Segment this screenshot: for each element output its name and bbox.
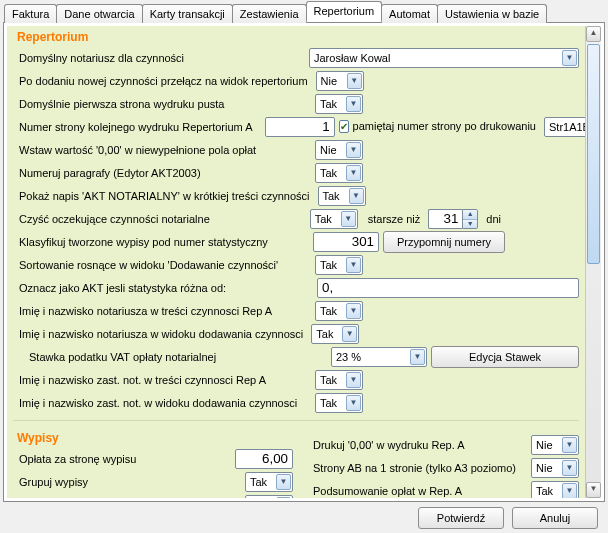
spin-down-icon[interactable]: ▼ xyxy=(463,219,477,228)
mark-akt-label: Oznacz jako AKT jesli statystyka różna o… xyxy=(13,282,230,294)
show-pages-select[interactable]: Tak▼ xyxy=(245,495,293,499)
chevron-down-icon: ▼ xyxy=(347,73,362,89)
name-in-add-label: Imię i nazwisko notariusza w widoku doda… xyxy=(13,328,307,340)
scroll-track[interactable] xyxy=(586,42,601,482)
page-no-label: Numer strony kolejnego wydruku Repertori… xyxy=(13,121,257,133)
sub-in-repa-select[interactable]: Tak▼ xyxy=(315,370,363,390)
chevron-down-icon: ▼ xyxy=(346,142,361,158)
name-in-repa-label: Imię i nazwisko notariusza w treści czyn… xyxy=(13,305,276,317)
sort-asc-select[interactable]: Tak▼ xyxy=(315,255,363,275)
vertical-scrollbar[interactable]: ▲ ▼ xyxy=(585,26,601,498)
vat-rate-select[interactable]: 23 %▼ xyxy=(331,347,427,367)
default-notary-label: Domyślny notariusz dla czynności xyxy=(13,52,188,64)
sort-asc-label: Sortowanie rosnące w widoku 'Dodawanie c… xyxy=(13,259,282,271)
page-no-input[interactable] xyxy=(265,117,335,137)
remember-page-checkbox[interactable]: ✔ xyxy=(339,120,349,133)
sub-in-add-select[interactable]: Tak▼ xyxy=(315,393,363,413)
days-label: dni xyxy=(482,213,505,225)
name-in-repa-select[interactable]: Tak▼ xyxy=(315,301,363,321)
remember-page-label: pamiętaj numer strony po drukowaniu xyxy=(353,121,540,132)
chevron-down-icon: ▼ xyxy=(276,497,291,499)
after-add-switch-select[interactable]: Nie▼ xyxy=(316,71,364,91)
divider xyxy=(13,420,579,421)
confirm-button[interactable]: Potwierdź xyxy=(418,507,504,529)
number-paragraphs-label: Numeruj paragrafy (Edytor AKT2003) xyxy=(13,167,205,179)
settings-panel: Repertorium Domyślny notariusz dla czynn… xyxy=(7,26,585,498)
chevron-down-icon: ▼ xyxy=(346,395,361,411)
chevron-down-icon: ▼ xyxy=(562,50,577,66)
edit-rates-button[interactable]: Edycja Stawek xyxy=(431,346,579,368)
chevron-down-icon: ▼ xyxy=(342,326,357,342)
chevron-down-icon: ▼ xyxy=(341,211,356,227)
classify-label: Klasyfikuj tworzone wypisy pod numer sta… xyxy=(13,236,272,248)
default-notary-select[interactable]: Jarosław Kowal▼ xyxy=(309,48,579,68)
classify-input[interactable] xyxy=(313,232,379,252)
group-title-repertorium: Repertorium xyxy=(17,30,579,44)
chevron-down-icon: ▼ xyxy=(349,188,364,204)
scroll-thumb[interactable] xyxy=(587,44,600,264)
group-title-wypisy: Wypisy xyxy=(17,431,293,445)
sub-in-repa-label: Imię i nazwisko zast. not. w treści czyn… xyxy=(13,374,270,386)
print-zero-select[interactable]: Nie▼ xyxy=(531,435,579,455)
print-zero-label: Drukuj '0,00' w wydruku Rep. A xyxy=(307,439,469,451)
pages-ab-select[interactable]: Nie▼ xyxy=(531,458,579,478)
cancel-button[interactable]: Anuluj xyxy=(512,507,598,529)
tab-repertorium[interactable]: Repertorium xyxy=(306,1,383,22)
older-than-input[interactable] xyxy=(428,209,462,229)
spin-up-icon[interactable]: ▲ xyxy=(463,210,477,219)
after-add-switch-label: Po dodaniu nowej czynności przełącz na w… xyxy=(13,75,312,87)
tab-zestawienia[interactable]: Zestawienia xyxy=(232,4,307,23)
chevron-down-icon: ▼ xyxy=(562,483,577,499)
chevron-down-icon: ▼ xyxy=(562,460,577,476)
pages-ab-label: Strony AB na 1 stronie (tylko A3 poziomo… xyxy=(307,462,520,474)
chevron-down-icon: ▼ xyxy=(562,437,577,453)
chevron-down-icon: ▼ xyxy=(346,257,361,273)
chevron-down-icon: ▼ xyxy=(346,303,361,319)
older-than-label: starsze niż xyxy=(362,213,425,225)
tab-dane-otwarcia[interactable]: Dane otwarcia xyxy=(56,4,142,23)
name-in-add-select[interactable]: Tak▼ xyxy=(311,324,359,344)
tab-automat[interactable]: Automat xyxy=(381,4,438,23)
scroll-down-icon[interactable]: ▼ xyxy=(586,482,601,498)
group-wypisy-label: Grupuj wypisy xyxy=(13,476,92,488)
chevron-down-icon: ▼ xyxy=(346,372,361,388)
show-akt-select[interactable]: Tak▼ xyxy=(318,186,366,206)
insert-zero-label: Wstaw wartość '0,00' w niewypełnione pol… xyxy=(13,144,260,156)
tab-bar: Faktura Dane otwarcia Karty transakcji Z… xyxy=(0,0,608,22)
sum-fees-select[interactable]: Tak▼ xyxy=(531,481,579,499)
older-than-spinner[interactable]: ▲▼ xyxy=(428,209,478,229)
sub-in-add-label: Imię i nazwisko zast. not. w widoku doda… xyxy=(13,397,301,409)
first-page-empty-select[interactable]: Tak▼ xyxy=(315,94,363,114)
dialog-footer: Potwierdź Anuluj xyxy=(0,501,598,529)
chevron-down-icon: ▼ xyxy=(346,165,361,181)
tab-faktura[interactable]: Faktura xyxy=(4,4,57,23)
first-page-empty-label: Domyślnie pierwsza strona wydruku pusta xyxy=(13,98,228,110)
tab-ustawienia-w-bazie[interactable]: Ustawienia w bazie xyxy=(437,4,547,23)
tab-karty-transakcji[interactable]: Karty transakcji xyxy=(142,4,233,23)
scroll-up-icon[interactable]: ▲ xyxy=(586,26,601,42)
clear-pending-select[interactable]: Tak▼ xyxy=(310,209,358,229)
fee-input[interactable] xyxy=(235,449,293,469)
remind-numbers-button[interactable]: Przypomnij numery xyxy=(383,231,505,253)
sum-fees-label: Podsumowanie opłat w Rep. A xyxy=(307,485,466,497)
chevron-down-icon: ▼ xyxy=(346,96,361,112)
chevron-down-icon: ▼ xyxy=(276,474,291,490)
vat-rate-label: Stawka podatku VAT opłaty notarialnej xyxy=(13,351,220,363)
mark-akt-input[interactable] xyxy=(317,278,579,298)
group-wypisy-select[interactable]: Tak▼ xyxy=(245,472,293,492)
show-akt-label: Pokaż napis 'AKT NOTARIALNY' w krótkiej … xyxy=(13,190,314,202)
chevron-down-icon: ▼ xyxy=(410,349,425,365)
clear-pending-label: Czyść oczekujące czynności notarialne xyxy=(13,213,214,225)
fee-label: Opłata za stronę wypisu xyxy=(13,453,140,465)
str-select[interactable]: Str1A1B▼ xyxy=(544,117,585,137)
insert-zero-select[interactable]: Nie▼ xyxy=(315,140,363,160)
number-paragraphs-select[interactable]: Tak▼ xyxy=(315,163,363,183)
